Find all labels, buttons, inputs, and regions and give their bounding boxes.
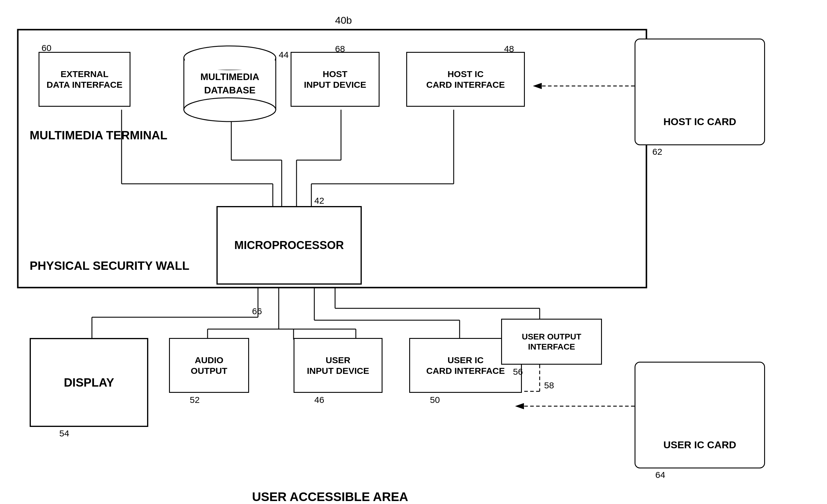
display-box: DISPLAY bbox=[30, 338, 148, 427]
multimedia-terminal-label: MULTIMEDIA TERMINAL bbox=[30, 129, 167, 142]
ref-64: 64 bbox=[655, 470, 665, 480]
audio-output-box: AUDIO OUTPUT bbox=[169, 338, 249, 393]
ref-42: 42 bbox=[314, 196, 324, 206]
user-input-device-box: USER INPUT DEVICE bbox=[294, 338, 383, 393]
ref-46: 46 bbox=[314, 395, 324, 405]
ref-50: 50 bbox=[430, 395, 440, 405]
ref-52: 52 bbox=[190, 395, 200, 405]
host-ic-card-outer-box: HOST IC CARD bbox=[635, 39, 765, 145]
user-accessible-area-label: USER ACCESSIBLE AREA bbox=[252, 490, 408, 504]
ref-48: 48 bbox=[504, 44, 514, 54]
ref-60: 60 bbox=[42, 43, 51, 53]
ref-54: 54 bbox=[59, 429, 69, 439]
diagram-container: MULTIMEDIA TERMINAL PHYSICAL SECURITY WA… bbox=[0, 0, 827, 504]
host-ic-card-interface-box: HOST IC CARD INTERFACE bbox=[406, 52, 525, 107]
svg-point-35 bbox=[184, 98, 276, 121]
ref-40b: 40b bbox=[335, 14, 352, 26]
ref-56: 56 bbox=[513, 367, 523, 377]
host-input-device-box: HOST INPUT DEVICE bbox=[291, 52, 380, 107]
external-data-interface-box: EXTERNAL DATA INTERFACE bbox=[39, 52, 131, 107]
multimedia-database-text-line2: DATABASE bbox=[204, 85, 255, 95]
ref-44: 44 bbox=[279, 50, 289, 60]
ref-66: 66 bbox=[252, 306, 262, 316]
svg-rect-36 bbox=[185, 58, 275, 70]
ref-58: 58 bbox=[544, 381, 554, 390]
user-output-interface-box: USER OUTPUT INTERFACE bbox=[501, 319, 602, 365]
ref-62: 62 bbox=[652, 147, 662, 157]
ref-68: 68 bbox=[335, 44, 345, 54]
multimedia-database-text-line1: MULTIMEDIA bbox=[200, 71, 259, 82]
microprocessor-box: MICROPROCESSOR bbox=[216, 206, 362, 285]
user-ic-card-outer-box: USER IC CARD bbox=[635, 362, 765, 468]
physical-security-wall-label: PHYSICAL SECURITY WALL bbox=[30, 259, 190, 272]
